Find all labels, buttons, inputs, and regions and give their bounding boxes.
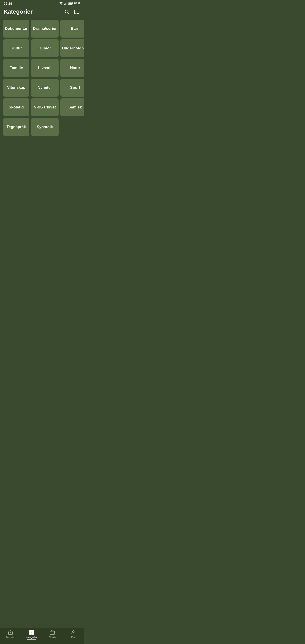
page-title: Kategorier (4, 8, 33, 15)
category-underholdning[interactable]: Underholdni... (60, 39, 84, 57)
header-actions (63, 8, 80, 15)
category-label-skoletid: Skoletid (9, 105, 24, 110)
battery-text: 88 % (74, 2, 80, 5)
category-tegnsprak[interactable]: Tegnspråk (3, 118, 29, 136)
category-label-synstolk: Synstolk (37, 125, 53, 129)
category-livsstil[interactable]: Livsstil (31, 59, 58, 77)
category-kultur[interactable]: Kultur (3, 39, 29, 57)
status-time: 09:29 (4, 2, 12, 5)
svg-rect-1 (64, 4, 64, 5)
category-label-humor: Humor (38, 46, 51, 50)
category-natur[interactable]: Natur (60, 59, 84, 77)
category-humor[interactable]: Humor (31, 39, 58, 57)
category-synstolk[interactable]: Synstolk (31, 118, 58, 136)
app-header: Kategorier (0, 6, 84, 18)
category-samisk[interactable]: Samisk (60, 98, 84, 116)
svg-rect-6 (72, 3, 73, 4)
search-icon (64, 9, 70, 14)
category-sport[interactable]: Sport (60, 79, 84, 96)
cast-icon (74, 9, 80, 14)
status-icons: 88 % (59, 2, 80, 5)
category-label-nyheter: Nyheter (38, 86, 52, 90)
cast-button[interactable] (73, 8, 80, 15)
svg-point-10 (74, 13, 75, 14)
search-button[interactable] (63, 8, 70, 15)
category-nrk-arkivet[interactable]: NRK-arkivet (31, 98, 58, 116)
category-label-kultur: Kultur (10, 46, 22, 50)
signal-icon (64, 2, 67, 5)
svg-point-0 (60, 4, 62, 5)
category-label-sport: Sport (70, 86, 80, 90)
category-vitenskap[interactable]: Vitenskap (3, 79, 29, 96)
categories-grid: DokumentarDrama/serierBarnKulturHumorUnd… (0, 18, 84, 140)
category-nyheter[interactable]: Nyheter (31, 79, 58, 96)
category-label-drama-serier: Drama/serier (33, 26, 56, 31)
category-label-familie: Familie (10, 66, 23, 70)
svg-rect-4 (67, 2, 67, 5)
category-dokumentar[interactable]: Dokumentar (3, 20, 29, 38)
category-label-livsstil: Livsstil (38, 66, 52, 70)
category-label-tegnsprak: Tegnspråk (6, 125, 26, 129)
category-barn[interactable]: Barn (60, 20, 84, 38)
category-label-samisk: Samisk (68, 105, 82, 110)
svg-rect-3 (66, 2, 66, 5)
battery-icon (68, 2, 73, 5)
category-label-nrk-arkivet: NRK-arkivet (34, 105, 56, 110)
category-label-natur: Natur (70, 66, 80, 70)
category-label-vitenskap: Vitenskap (7, 86, 26, 90)
category-skoletid[interactable]: Skoletid (3, 98, 29, 116)
category-familie[interactable]: Familie (3, 59, 29, 77)
wifi-icon (59, 2, 63, 5)
category-label-barn: Barn (71, 26, 80, 31)
svg-rect-7 (68, 3, 72, 4)
status-bar: 09:29 88 % (0, 0, 84, 6)
svg-rect-2 (65, 3, 66, 5)
category-label-dokumentar: Dokumentar (5, 26, 28, 31)
category-label-underholdning: Underholdni... (62, 46, 84, 50)
category-drama-serier[interactable]: Drama/serier (31, 20, 58, 38)
svg-line-9 (68, 13, 69, 14)
